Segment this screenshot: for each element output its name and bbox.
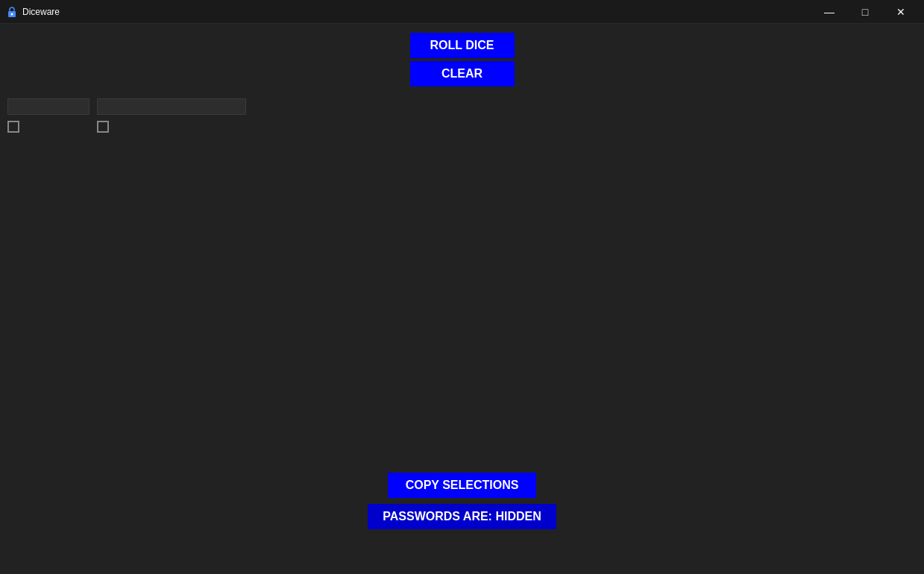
main-content: ROLL DICE CLEAR COPY SELECTIONS PASSWORD… [0, 24, 924, 574]
input-group-2 [97, 98, 246, 133]
input-field-2[interactable] [97, 98, 246, 115]
passwords-status: PASSWORDS ARE: HIDDEN [368, 504, 556, 529]
top-buttons: ROLL DICE CLEAR [410, 33, 515, 86]
minimize-button[interactable]: — [812, 0, 846, 24]
close-button[interactable]: ✕ [884, 0, 918, 24]
roll-dice-button[interactable]: ROLL DICE [410, 33, 515, 58]
input-field-1[interactable] [7, 98, 89, 115]
input-area [7, 98, 246, 133]
app-title: Diceware [22, 7, 60, 17]
copy-selections-button[interactable]: COPY SELECTIONS [388, 473, 537, 498]
bottom-buttons: COPY SELECTIONS PASSWORDS ARE: HIDDEN [368, 473, 556, 529]
checkbox-2[interactable] [97, 121, 109, 133]
input-group-1 [7, 98, 89, 133]
title-bar-left: Diceware [6, 6, 60, 18]
title-bar-controls: — □ ✕ [812, 0, 918, 24]
title-bar: Diceware — □ ✕ [0, 0, 924, 24]
checkbox-row-2 [97, 121, 246, 133]
checkbox-row-1 [7, 121, 89, 133]
maximize-button[interactable]: □ [848, 0, 882, 24]
svg-point-1 [11, 13, 13, 15]
clear-button[interactable]: CLEAR [410, 61, 515, 86]
app-icon [6, 6, 18, 18]
checkbox-1[interactable] [7, 121, 19, 133]
